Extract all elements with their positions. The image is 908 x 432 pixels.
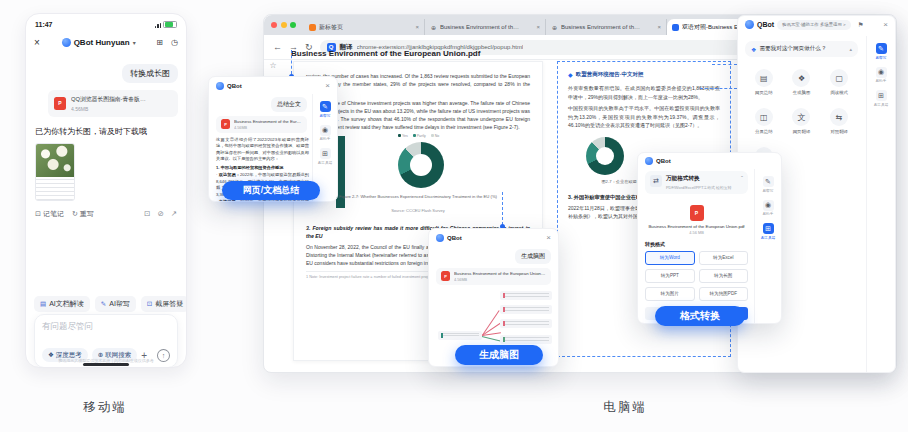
rail-item[interactable]: ◉AI助手: [763, 200, 774, 217]
history-icon[interactable]: ◷: [171, 38, 178, 47]
blue-favicon: [672, 24, 679, 31]
rail-item[interactable]: ◉AI助手: [320, 125, 331, 142]
attachment-size: 4.56MB: [234, 126, 302, 130]
favorites-icon[interactable]: ☆: [269, 61, 276, 70]
chevron-down-icon: ▾: [133, 39, 136, 46]
panel-title: QBot: [757, 21, 774, 28]
pin-icon[interactable]: ⚑: [858, 21, 864, 29]
connector-line-assistant-2: [700, 88, 737, 89]
rail-item[interactable]: ⊞AI工具箱: [318, 148, 332, 165]
rail-item[interactable]: ⊞AI工具箱: [874, 90, 888, 107]
share-icon[interactable]: ↗: [171, 209, 177, 218]
rail-item[interactable]: ⊞AI工具箱: [761, 223, 775, 240]
attachment-card[interactable]: P Business Environment of the European U…: [436, 268, 551, 285]
convert-option[interactable]: 转为Word: [645, 251, 695, 265]
note-button[interactable]: ⊡ 记笔记: [35, 209, 64, 219]
action-label: 对照翻译: [830, 129, 848, 134]
convert-subtitle: PDF/Word/Excel/PPT等格式 轻松互转: [666, 185, 732, 190]
tab-close-icon[interactable]: ×: [415, 24, 419, 30]
feature-pill-mindmap[interactable]: 生成脑图: [455, 345, 543, 365]
result-image-thumbnail[interactable]: [35, 143, 75, 201]
figure-2-7: Yes Partly No Figure 2-7: Whether Busine…: [306, 134, 530, 220]
action-label: 网页翻译: [793, 129, 811, 134]
mindmap-node: [500, 305, 552, 314]
browser-tab[interactable]: ⊕Business Environment of th…×: [546, 19, 667, 35]
app-title-group[interactable]: QBot Hunyuan ▾: [49, 38, 148, 47]
attachment-card[interactable]: P Business Environment of the European U…: [216, 116, 307, 133]
assistant-prompt-bubble: ❖ 需要我对这个网页做什么？ ▴: [745, 41, 858, 57]
convert-main: ⇄ 万能格式转换 PDF/Word/Excel/PPT等格式 轻松互转 ˆ P …: [638, 169, 755, 323]
dislike-icon[interactable]: ⊘: [157, 209, 163, 218]
connector-line-summary: [291, 50, 292, 74]
assistant-action[interactable]: ⇆对照翻译: [830, 108, 848, 134]
en-paragraph-1: review, the number of cases has increase…: [306, 72, 530, 96]
user-request-bubble: 总结全文: [271, 97, 307, 112]
convert-option[interactable]: 转为Excel: [699, 251, 749, 265]
rewrite-button[interactable]: ↻ 重写: [72, 209, 94, 219]
assistant-action[interactable]: 文网页翻译: [792, 108, 810, 134]
feature-pill-summary[interactable]: 网页/文档总结: [222, 181, 320, 200]
tool-chip[interactable]: ⊡截屏答疑: [141, 296, 186, 312]
summary-intro: 这篇文章详细介绍了2022/2023年欧盟的营商环境，包括中国与欧盟的经贸投资合…: [216, 137, 309, 162]
promo-pill[interactable]: 腾讯元宝·辅助工作 多场景适用 >: [777, 20, 851, 30]
close-icon[interactable]: ×: [34, 37, 46, 48]
attachment-meta: QQ浏览器长图指南-青春版… 4.56MB: [71, 95, 146, 112]
tab-close-icon[interactable]: ×: [657, 24, 661, 30]
action-icon: ▤: [755, 69, 773, 87]
collapse-caret-icon[interactable]: ▴: [849, 46, 852, 52]
screenshot-icon: ⊡: [147, 300, 152, 308]
rail-item[interactable]: ◉AI助手: [876, 67, 887, 84]
pdf-icon: P: [690, 205, 704, 221]
convert-option[interactable]: 转为PPT: [645, 269, 695, 283]
browser-tab[interactable]: ⊕Business Environment of th…×: [425, 19, 546, 35]
maximize-window-button[interactable]: [290, 22, 296, 28]
close-window-button[interactable]: [271, 22, 277, 28]
rail-icon: ✎: [876, 43, 887, 54]
rail-icon: ◉: [763, 200, 774, 211]
close-icon[interactable]: ×: [883, 20, 888, 29]
feature-pill-convert[interactable]: 格式转换: [655, 306, 745, 326]
rail-item[interactable]: ✎AI帮写: [763, 176, 774, 193]
connector-line-assistant-1: [712, 64, 737, 65]
copy-icon[interactable]: ⊡: [144, 209, 150, 218]
panel-header: QBot ×: [429, 229, 558, 246]
close-icon[interactable]: ×: [546, 233, 551, 242]
assistant-action[interactable]: ❖生成脑图: [792, 69, 810, 95]
action-icon: ▢: [830, 69, 848, 87]
assistant-action[interactable]: ◫分屏总结: [755, 108, 773, 134]
convert-option[interactable]: 转为长图: [699, 269, 749, 283]
tool-chip[interactable]: ✎AI帮写: [95, 296, 136, 312]
convert-option[interactable]: 转为纯图PDF: [699, 287, 749, 301]
convert-option[interactable]: 转为图片: [645, 287, 695, 301]
mobile-header: × QBot Hunyuan ▾ ⊞ ◷: [26, 32, 186, 52]
tool-chip-label: 截屏答疑: [155, 299, 183, 309]
collapse-icon[interactable]: ˆ: [741, 175, 743, 190]
panel-mini-rail: ✎AI帮写◉AI助手⊞AI工具箱: [866, 36, 895, 372]
mindmap-root-node: [438, 331, 482, 340]
rail-item[interactable]: ✎AI帮写: [320, 101, 331, 118]
rail-item[interactable]: ✎AI帮写: [876, 43, 887, 60]
document-title: Business Environment of the European Uni…: [291, 49, 480, 58]
tool-chip[interactable]: ▤AI文档解读: [34, 296, 90, 312]
mindmap-node: [500, 291, 552, 300]
mindmap-preview: [436, 289, 551, 347]
battery-icon: [163, 21, 177, 29]
mini-window-icon[interactable]: ⊞: [156, 38, 163, 47]
rail-label: AI帮写: [763, 189, 774, 193]
convert-option-grid: 转为Word转为Excel转为PPT转为长图转为图片转为纯图PDF: [645, 251, 748, 301]
qbot-logo: [745, 20, 754, 29]
back-icon[interactable]: ←: [273, 42, 282, 52]
connector-line-mindmap: [502, 192, 503, 225]
assistant-action[interactable]: ▢阅读模式: [830, 69, 848, 95]
panel-title: QBot: [227, 83, 242, 89]
bot-message-text: 已为你转为长图，请及时下载哦: [35, 126, 177, 137]
assistant-action[interactable]: ▤网页总结: [755, 69, 773, 95]
close-icon[interactable]: ×: [325, 81, 330, 90]
rail-icon: ◉: [876, 67, 887, 78]
panel-mini-rail: ✎AI帮写◉AI助手⊞AI工具箱: [754, 169, 781, 323]
user-message-bubble: 转换成长图: [122, 64, 178, 83]
browser-tab[interactable]: 新标签页×: [304, 19, 425, 35]
attachment-card[interactable]: P QQ浏览器长图指南-青春版… 4.56MB: [48, 90, 178, 117]
tab-close-icon[interactable]: ×: [536, 24, 540, 30]
minimize-window-button[interactable]: [281, 22, 287, 28]
